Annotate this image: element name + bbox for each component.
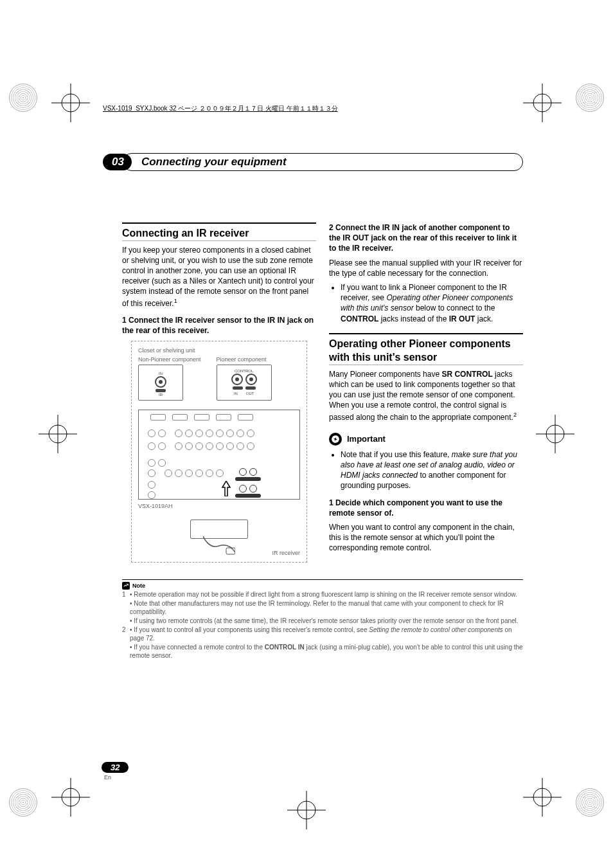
diagram-rear-panel xyxy=(138,410,300,500)
diagram-nonpioneer-label: Non-Pioneer component xyxy=(138,356,201,363)
page-number-badge: 32 En xyxy=(102,761,129,781)
important-label: Important xyxy=(347,433,386,445)
intro-paragraph: If you keep your stereo components in a … xyxy=(122,245,316,309)
important-icon xyxy=(329,433,342,446)
diagram-closet: Closet or shelving unit Non-Pioneer comp… xyxy=(131,341,307,563)
diagram-receiver-cable xyxy=(203,536,235,556)
page-number: 32 xyxy=(102,762,129,773)
step1-title: 1 Connect the IR receiver sensor to the … xyxy=(122,315,316,336)
step2-bullet: If you want to link a Pioneer component … xyxy=(341,282,523,324)
step2-title: 2 Connect the IR IN jack of another comp… xyxy=(329,222,523,254)
page-lang: En xyxy=(104,774,129,781)
important-bullet: Note that if you use this feature, make … xyxy=(341,449,523,491)
footnote-separator xyxy=(122,579,523,580)
important-heading: Important xyxy=(329,433,523,446)
chapter-title: Connecting your equipment xyxy=(123,153,523,171)
section-title-operating: Operating other Pioneer components with … xyxy=(329,333,523,365)
diagram-pioneer-box: CONTROL IN OUT xyxy=(217,365,272,401)
diagram-model-label: VSX-1019AH xyxy=(138,502,300,510)
note-icon xyxy=(122,582,130,590)
diagram-nonpioneer-box: IN IR xyxy=(138,365,183,401)
step2-body: Please see the manual supplied with your… xyxy=(329,258,523,278)
section2-intro: Many Pioneer components have SR CONTROL … xyxy=(329,369,523,422)
step1-remote-title: 1 Decide which component you want to use… xyxy=(329,498,523,518)
deco-circle-br xyxy=(576,788,604,817)
section-title-ir-receiver: Connecting an IR receiver xyxy=(122,222,316,241)
footnotes: 1• Remote operation may not be possible … xyxy=(122,590,523,660)
step1-remote-body: When you want to control any component i… xyxy=(329,522,523,554)
note-label: Note xyxy=(132,583,145,589)
diagram-closet-label: Closet or shelving unit xyxy=(138,347,300,354)
source-file-header: VSX-1019_SYXJ.book 32 ページ ２００９年２月１７日 火曜日… xyxy=(103,104,542,113)
right-column: 2 Connect the IR IN jack of another comp… xyxy=(329,222,523,563)
diagram-arrow-icon xyxy=(221,481,231,496)
left-column: Connecting an IR receiver If you keep yo… xyxy=(122,222,316,563)
deco-circle-tl xyxy=(9,84,37,112)
chapter-header: 03 Connecting your equipment xyxy=(103,153,523,171)
page-content: VSX-1019_SYXJ.book 32 ページ ２００９年２月１７日 火曜日… xyxy=(71,96,542,804)
note-heading: Note xyxy=(122,582,542,590)
chapter-number: 03 xyxy=(103,154,132,170)
deco-circle-tr xyxy=(576,84,604,112)
diagram-pioneer-label: Pioneer component xyxy=(217,356,272,363)
deco-circle-bl xyxy=(9,788,37,817)
